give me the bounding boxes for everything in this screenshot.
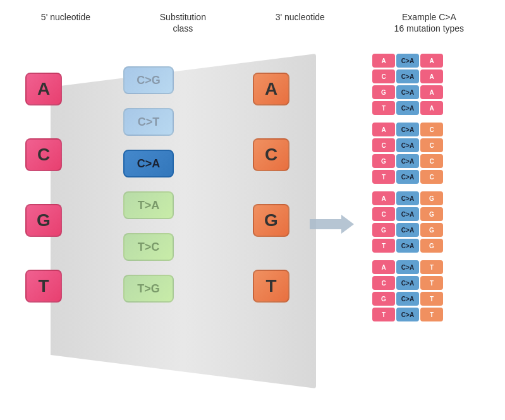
cell-mid: C>A [396,276,419,290]
nuc-3-G: G [253,204,289,237]
subst-C-G: C>G [123,66,174,94]
cell-right: C [420,170,443,184]
cell-mid: C>A [396,170,419,184]
table-row: G C>A C [372,154,492,168]
nuc-5-T: T [25,270,62,303]
cell-mid: C>A [396,69,419,83]
cell-right: C [420,138,443,152]
arrow-right [310,212,354,237]
cell-right: T [420,292,443,306]
cell-left: A [372,260,395,274]
table-row: C C>A T [372,276,492,290]
cell-right: G [420,239,443,253]
group-C: A C>A C C C>A C G C>A C T C>A C [372,123,492,184]
table-row: G C>A G [372,223,492,237]
cell-left: A [372,123,395,136]
cell-right: T [420,260,443,274]
cell-left: C [372,207,395,221]
cell-mid: C>A [396,123,419,136]
table-row: A C>A T [372,260,492,274]
cell-left: T [372,101,395,115]
subst-T-C: T>C [123,233,174,261]
table-row: T C>A T [372,308,492,321]
table-row: A C>A A [372,54,492,68]
cell-left: C [372,138,395,152]
cell-left: G [372,85,395,99]
cell-left: G [372,292,395,306]
cell-left: A [372,191,395,205]
cell-mid: C>A [396,223,419,237]
cell-right: A [420,54,443,68]
nuc-3-T: T [253,270,289,303]
cell-left: T [372,170,395,184]
cell-mid: C>A [396,207,419,221]
cell-left: C [372,69,395,83]
cell-left: T [372,239,395,253]
cell-mid: C>A [396,292,419,306]
nuc-5-C: C [25,138,62,171]
cell-mid: C>A [396,191,419,205]
nuc-3-A: A [253,73,289,105]
table-row: G C>A A [372,85,492,99]
cell-mid: C>A [396,308,419,321]
table-row: T C>A C [372,170,492,184]
cell-right: A [420,85,443,99]
subst-C-T: C>T [123,108,174,136]
cell-right: T [420,276,443,290]
cell-left: G [372,154,395,168]
subst-C-A: C>A [123,150,174,177]
cell-mid: C>A [396,54,419,68]
cell-right: A [420,69,443,83]
nucleotides-3-column: A C G T [253,73,289,303]
group-T: A C>A T C C>A T G C>A T T C>A T [372,260,492,321]
cell-right: C [420,123,443,136]
nuc-5-A: A [25,73,62,105]
table-row: C C>A A [372,69,492,83]
right-mutation-table: A C>A A C C>A A G C>A A T C>A A [372,47,492,329]
column-headers: 5' nucleotide Substitutionclass 3' nucle… [0,11,505,34]
cell-mid: C>A [396,154,419,168]
table-row: T C>A A [372,101,492,115]
cell-right: G [420,223,443,237]
subst-T-G: T>G [123,275,174,303]
table-row: A C>A G [372,191,492,205]
table-row: G C>A T [372,292,492,306]
nuc-5-G: G [25,204,62,237]
table-row: A C>A C [372,123,492,136]
cell-mid: C>A [396,85,419,99]
cell-right: G [420,207,443,221]
cell-left: C [372,276,395,290]
cell-right: G [420,191,443,205]
header-3-nucleotide: 3' nucleotide [276,11,325,34]
subst-T-A: T>A [123,191,174,219]
svg-marker-0 [310,215,354,234]
cell-right: T [420,308,443,321]
table-row: C C>A C [372,138,492,152]
nuc-3-C: C [253,138,289,171]
group-G: A C>A G C C>A G G C>A G T C>A G [372,191,492,253]
header-5-nucleotide: 5' nucleotide [41,11,90,34]
header-substitution: Substitutionclass [160,11,206,34]
cell-left: A [372,54,395,68]
table-row: T C>A G [372,239,492,253]
diagram-area: A C G T A C G T C>G C>T C>A T>A T>C T>G [6,47,360,401]
group-A: A C>A A C C>A A G C>A A T C>A A [372,54,492,115]
cell-left: T [372,308,395,321]
table-row: C C>A G [372,207,492,221]
cell-mid: C>A [396,101,419,115]
cell-left: G [372,223,395,237]
header-example: Example C>A16 mutation types [394,11,465,34]
substitution-column: C>G C>T C>A T>A T>C T>G [123,66,174,303]
main-container: 5' nucleotide Substitutionclass 3' nucle… [0,0,505,420]
cell-mid: C>A [396,138,419,152]
cell-right: A [420,101,443,115]
cell-right: C [420,154,443,168]
cell-mid: C>A [396,260,419,274]
nucleotides-5-column: A C G T [25,73,62,303]
cell-mid: C>A [396,239,419,253]
